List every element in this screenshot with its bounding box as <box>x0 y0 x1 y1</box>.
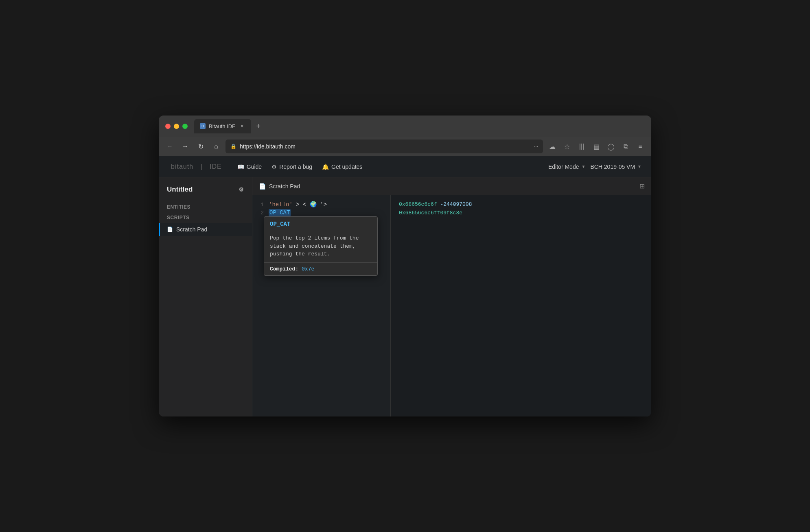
editor-main: 1 'hello' > < 🌍 '> 2 <box>252 195 651 416</box>
toolbar-right: ☁ ☆ ||| ▤ ◯ ⧉ ≡ <box>546 140 646 153</box>
url-text: https://ide.bitauth.com <box>240 143 531 150</box>
code-panel[interactable]: 1 'hello' > < 🌍 '> 2 <box>252 195 391 416</box>
split-icon[interactable]: ⧉ <box>620 140 632 153</box>
file-icon: 📄 <box>167 227 173 232</box>
code-content-1: 'hello' > < 🌍 '> <box>269 201 327 208</box>
code-op-2: '> <box>320 201 327 208</box>
tab-close-button[interactable]: ✕ <box>239 123 245 129</box>
updates-icon: 🔔 <box>322 164 329 170</box>
vm-selector[interactable]: BCH 2019-05 VM ▼ <box>590 164 641 170</box>
title-bar: B Bitauth IDE ✕ + <box>159 116 651 137</box>
bug-nav-item[interactable]: ⚙ Report a bug <box>271 164 312 170</box>
code-content-2: OP_CAT <box>269 209 291 216</box>
app-header: bitauth | IDE 📖 Guide ⚙ Report a bug 🔔 G… <box>159 156 651 177</box>
project-title: Untitled <box>167 185 193 194</box>
autocomplete-compiled-row: Compiled: 0x7e <box>264 263 377 275</box>
security-icon: 🔒 <box>230 144 236 149</box>
code-line-1: 1 'hello' > < 🌍 '> <box>252 200 390 209</box>
tab-label: Bitauth IDE <box>209 123 236 129</box>
main-layout: Untitled ⚙ ENTITIES SCRIPTS 📄 Scratch Pa… <box>159 177 651 416</box>
code-opcat: OP_CAT <box>269 209 291 216</box>
code-op-1: > < <box>296 201 306 208</box>
mac-window: B Bitauth IDE ✕ + ← → ↻ ⌂ 🔒 https://ide.… <box>159 116 651 416</box>
guide-icon: 📖 <box>237 164 244 170</box>
columns-icon[interactable]: ⊞ <box>639 183 645 190</box>
app-brand: bitauth | IDE <box>169 163 224 170</box>
result-hex-1: 0x68656c6c6f <box>399 201 437 207</box>
sidebar: Untitled ⚙ ENTITIES SCRIPTS 📄 Scratch Pa… <box>159 177 252 416</box>
editor-area: 📄 Scratch Pad ⊞ 1 'hello' <box>252 177 651 416</box>
editor-mode-selector[interactable]: Editor Mode ▼ <box>548 164 585 170</box>
autocomplete-popup: OP_CAT Pop the top 2 items from the stac… <box>264 216 378 276</box>
more-button[interactable]: ··· <box>534 144 538 149</box>
brand-ide: IDE <box>210 163 222 170</box>
browser-tab[interactable]: B Bitauth IDE ✕ <box>194 119 251 133</box>
sidebar-item-scratch-pad[interactable]: 📄 Scratch Pad <box>159 223 252 236</box>
scratch-pad-label: Scratch Pad <box>176 226 207 233</box>
guide-label: Guide <box>247 164 262 170</box>
home-button[interactable]: ⌂ <box>210 140 222 153</box>
result-line-2: 0x68656c6c6ff09f8c8e <box>399 209 643 217</box>
sidebar-title-row: Untitled ⚙ <box>159 185 252 194</box>
bug-label: Report a bug <box>279 164 312 170</box>
sidebar-section-scripts[interactable]: SCRIPTS <box>159 212 252 223</box>
new-tab-button[interactable]: + <box>253 120 264 132</box>
editor-mode-label: Editor Mode <box>548 164 579 170</box>
back-button[interactable]: ← <box>164 140 176 153</box>
result-num-1: -244097008 <box>440 201 472 207</box>
line-number-2: 2 <box>257 210 264 216</box>
code-emoji: 🌍 <box>310 201 317 208</box>
window-controls <box>165 124 188 129</box>
updates-label: Get updates <box>331 164 362 170</box>
tab-favicon: B <box>200 123 206 129</box>
result-line-1: 0x68656c6c6f -244097008 <box>399 200 643 209</box>
library-icon[interactable]: ||| <box>576 140 588 153</box>
guide-nav-item[interactable]: 📖 Guide <box>237 164 262 170</box>
vm-chevron-icon: ▼ <box>637 164 641 169</box>
account-icon[interactable]: ◯ <box>605 140 617 153</box>
maximize-button[interactable] <box>182 124 188 129</box>
code-line-2: 2 OP_CAT <box>252 209 390 217</box>
refresh-button[interactable]: ↻ <box>195 140 207 153</box>
result-hex-2: 0x68656c6c6ff09f8c8e <box>399 210 462 216</box>
brand-separator: | <box>201 163 203 170</box>
app-content: bitauth | IDE 📖 Guide ⚙ Report a bug 🔔 G… <box>159 156 651 416</box>
brand-name: bitauth <box>171 163 193 170</box>
close-button[interactable] <box>165 124 171 129</box>
result-panel: 0x68656c6c6f -244097008 0x68656c6c6ff09f… <box>391 195 651 416</box>
menu-icon[interactable]: ≡ <box>634 140 646 153</box>
app-nav: 📖 Guide ⚙ Report a bug 🔔 Get updates <box>237 164 363 170</box>
autocomplete-description: Pop the top 2 items from the stack and c… <box>264 230 377 263</box>
line-number-1: 1 <box>257 202 264 208</box>
browser-toolbar: ← → ↻ ⌂ 🔒 https://ide.bitauth.com ··· ☁ … <box>159 137 651 156</box>
editor-header-right: ⊞ <box>639 182 645 190</box>
editor-file-icon: 📄 <box>259 183 266 190</box>
bookmark-icon[interactable]: ☆ <box>561 140 573 153</box>
app-header-right: Editor Mode ▼ BCH 2019-05 VM ▼ <box>548 164 641 170</box>
mode-chevron-icon: ▼ <box>581 164 585 169</box>
compiled-value: 0x7e <box>302 266 314 272</box>
editor-header: 📄 Scratch Pad ⊞ <box>252 177 651 195</box>
code-string-hello: 'hello' <box>269 201 293 208</box>
tab-area: B Bitauth IDE ✕ + <box>194 119 264 133</box>
forward-button[interactable]: → <box>179 140 191 153</box>
bug-icon: ⚙ <box>271 164 277 170</box>
address-bar[interactable]: 🔒 https://ide.bitauth.com ··· <box>225 140 543 153</box>
autocomplete-opcode-title: OP_CAT <box>264 217 377 230</box>
reader-icon[interactable]: ▤ <box>590 140 602 153</box>
vm-label: BCH 2019-05 VM <box>590 164 635 170</box>
pocket-icon[interactable]: ☁ <box>546 140 558 153</box>
minimize-button[interactable] <box>174 124 179 129</box>
updates-nav-item[interactable]: 🔔 Get updates <box>322 164 362 170</box>
sidebar-section-entities[interactable]: ENTITIES <box>159 202 252 212</box>
editor-filename: Scratch Pad <box>269 183 300 190</box>
compiled-label: Compiled: <box>270 266 298 272</box>
settings-gear-icon[interactable]: ⚙ <box>239 186 244 193</box>
